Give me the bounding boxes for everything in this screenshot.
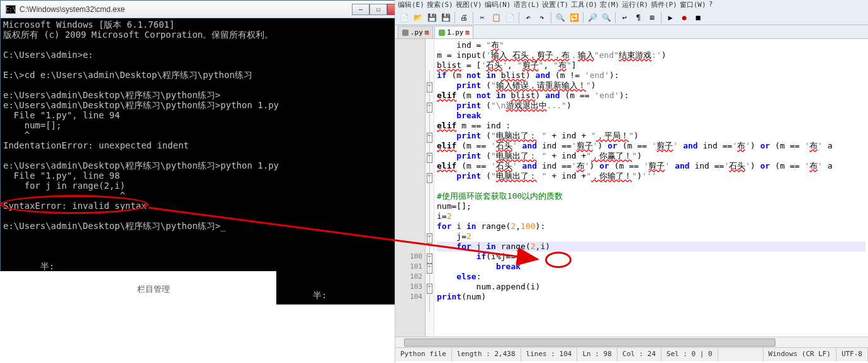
line-number: 100	[395, 252, 425, 262]
menu-item[interactable]: 插件(P)	[651, 0, 677, 10]
code-area[interactable]: 100101102103104 −−−−−−−−− ind = "布"m = i…	[395, 39, 868, 337]
line-number	[395, 121, 425, 131]
code-editor[interactable]: ind = "布"m = input('输入 石头，剪子，布，输入"end"结束…	[434, 39, 868, 337]
code-line[interactable]: for j in range(2,i)	[437, 242, 865, 252]
menu-item[interactable]: 窗口(W)	[680, 0, 706, 10]
menu-item[interactable]: 宏(M)	[600, 0, 619, 10]
cut-icon[interactable]: ✂	[476, 11, 488, 24]
status-spacer	[718, 348, 764, 361]
menu-item[interactable]: 编码(N)	[485, 0, 511, 10]
horizontal-scrollbar[interactable]	[395, 337, 868, 347]
menu-item[interactable]: 运行(R)	[622, 0, 648, 10]
code-line[interactable]: break	[437, 262, 865, 272]
code-line[interactable]: for i in range(2,100):	[437, 221, 865, 232]
undo-icon[interactable]: ↶	[522, 11, 534, 24]
status-col: Col : 24	[617, 348, 662, 361]
new-file-icon[interactable]: 📄	[398, 11, 410, 24]
paste-icon[interactable]: 📄	[504, 11, 516, 24]
line-number	[395, 40, 425, 50]
menu-item[interactable]: 视图(V)	[456, 0, 482, 10]
tab[interactable]: 1.py⊠	[434, 26, 474, 38]
tab-close-icon[interactable]: ⊠	[465, 29, 469, 36]
fold-column[interactable]: −−−−−−−−−	[426, 39, 434, 337]
wrap-icon[interactable]: ↩	[618, 11, 631, 24]
line-number: 103	[395, 282, 425, 292]
minimize-button[interactable]: —	[352, 4, 369, 15]
code-line[interactable]: print(num)	[437, 292, 865, 302]
open-icon[interactable]: 📂	[412, 11, 424, 24]
menu-item[interactable]: ?	[709, 0, 713, 10]
code-line[interactable]: ind = "布"	[437, 40, 865, 50]
code-line[interactable]: elif (m not in blist) and (m == 'end'):	[437, 91, 865, 101]
print-icon[interactable]: 🖨	[458, 11, 470, 24]
code-line[interactable]: num=[];	[437, 201, 865, 211]
notepadpp-window: 编辑(E) 搜索(S) 视图(V) 编码(N) 语言(L) 设置(T) 工具(O…	[395, 0, 868, 363]
show-all-icon[interactable]: ¶	[632, 11, 645, 24]
menubar[interactable]: 编辑(E) 搜索(S) 视图(V) 编码(N) 语言(L) 设置(T) 工具(O…	[395, 0, 868, 10]
cmd-output[interactable]: Microsoft Windows [版本 6.1.7601] 版权所有 (c)…	[1, 18, 416, 271]
line-number: 104	[395, 292, 425, 302]
code-line[interactable]: i=2	[437, 211, 865, 221]
code-line[interactable]: j=2	[437, 232, 865, 242]
status-lines: lines : 104	[521, 348, 578, 361]
code-line[interactable]: elif (m == '石头' and ind =='剪子') or (m ==…	[437, 141, 865, 151]
code-line[interactable]: print ("电脑出了： " + ind +"，你赢了！")	[437, 151, 865, 161]
code-line[interactable]: print ("电脑出了： " + ind +"，你输了！")'''	[437, 171, 865, 181]
indent-guide-icon[interactable]: ⊞	[646, 11, 658, 24]
code-line[interactable]: #使用循环嵌套获取100以内的质数	[437, 191, 865, 201]
code-line[interactable]	[437, 181, 865, 191]
line-number: 102	[395, 272, 425, 282]
code-line[interactable]: elif m == ind :	[437, 121, 865, 131]
line-number	[395, 211, 425, 221]
code-line[interactable]: else:	[437, 272, 865, 282]
code-line[interactable]: num.append(i)	[437, 282, 865, 292]
scrollbar-thumb[interactable]	[404, 338, 775, 347]
line-number	[395, 131, 425, 141]
cmd-titlebar[interactable]: C:\ C:\Windows\system32\cmd.exe — ☐ ✕	[1, 1, 416, 18]
line-number	[395, 302, 425, 312]
code-line[interactable]: if (m not in blist) and (m != 'end'):	[437, 70, 865, 81]
copy-icon[interactable]: 📋	[490, 11, 502, 24]
tabbar[interactable]: .py⊠1.py⊠	[395, 25, 868, 39]
tab-label: .py	[410, 28, 423, 36]
file-icon	[439, 30, 445, 36]
menu-item[interactable]: 工具(O)	[571, 0, 597, 10]
menu-item[interactable]: 语言(L)	[514, 0, 540, 10]
redo-icon[interactable]: ↷	[536, 11, 548, 24]
ime-indicator: 半:	[276, 271, 395, 304]
code-line[interactable]: print ("\n游戏退出中...")	[437, 101, 865, 111]
code-line[interactable]: print ("输入错误，请重新输入！")	[437, 81, 865, 91]
cmd-title: C:\Windows\system32\cmd.exe	[20, 5, 352, 14]
macro-record-icon[interactable]: ●	[678, 11, 690, 24]
tab-close-icon[interactable]: ⊠	[425, 29, 429, 36]
save-all-icon[interactable]: 💾	[439, 11, 452, 24]
code-line[interactable]: m = input('输入 石头，剪子，布，输入"end"结束游戏:')	[437, 50, 865, 60]
toolbar[interactable]: 📄 📂 💾 💾 🖨 ✂ 📋 📄 ↶ ↷ 🔍 🔁 🔎 🔍 ↩ ¶ ⊞ ▶ ● ■	[395, 10, 868, 25]
zoom-out-icon[interactable]: 🔍	[600, 11, 612, 24]
line-number	[395, 81, 425, 91]
line-number	[395, 91, 425, 101]
line-number-gutter: 100101102103104	[395, 39, 426, 337]
menu-item[interactable]: 设置(T)	[542, 0, 568, 10]
zoom-in-icon[interactable]: 🔎	[586, 11, 599, 24]
line-number	[395, 242, 425, 252]
line-number	[395, 201, 425, 211]
code-line[interactable]	[437, 302, 865, 312]
code-line[interactable]: if(i%j==0):	[437, 252, 865, 262]
tab[interactable]: .py⊠	[398, 26, 433, 38]
maximize-button[interactable]: ☐	[369, 4, 387, 15]
file-icon	[402, 30, 409, 36]
find-icon[interactable]: 🔍	[554, 11, 566, 24]
menu-item[interactable]: 编辑(E)	[398, 0, 424, 10]
code-line[interactable]: blist = ['石头', "剪子", "布"]	[437, 60, 865, 70]
macro-stop-icon[interactable]: ■	[692, 11, 704, 24]
code-line[interactable]: elif (m == '石头' and ind =='布') or (m == …	[437, 161, 865, 171]
code-line[interactable]: print ("电脑出了： " + ind + "，平局！")	[437, 131, 865, 141]
code-line[interactable]: break	[437, 111, 865, 121]
save-icon[interactable]: 💾	[426, 11, 438, 24]
replace-icon[interactable]: 🔁	[568, 11, 580, 24]
cmd-window: C:\ C:\Windows\system32\cmd.exe — ☐ ✕ Mi…	[0, 0, 417, 271]
macro-play-icon[interactable]: ▶	[664, 11, 677, 24]
menu-item[interactable]: 搜索(S)	[427, 0, 453, 10]
line-number	[395, 50, 425, 60]
